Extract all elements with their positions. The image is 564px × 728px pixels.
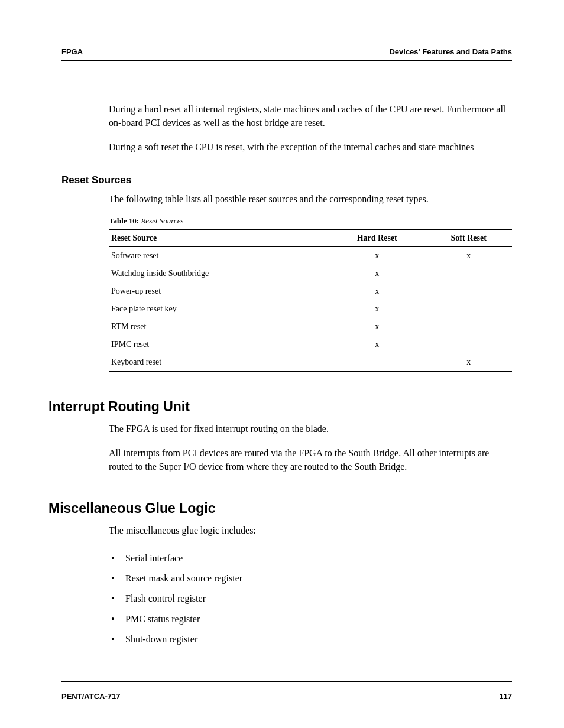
interrupt-p2: All interrupts from PCI devices are rout…: [109, 446, 512, 473]
cell-source: Keyboard reset: [109, 353, 329, 372]
intro-paragraph-2: During a soft reset the CPU is reset, wi…: [109, 140, 512, 154]
table-row: IPMC reset x: [109, 336, 512, 353]
cell-source: Power-up reset: [109, 282, 329, 300]
col-hard-reset: Hard Reset: [329, 229, 425, 246]
table-row: Power-up reset x: [109, 282, 512, 300]
running-header: FPGA Devices' Features and Data Paths: [61, 47, 512, 61]
table-row: Watchdog inside Southbridge x: [109, 265, 512, 282]
cell-soft: [425, 318, 512, 336]
table-row: Keyboard reset x: [109, 353, 512, 372]
col-reset-source: Reset Source: [109, 229, 329, 246]
cell-source: Software reset: [109, 246, 329, 265]
header-right: Devices' Features and Data Paths: [389, 47, 512, 56]
table-header-row: Reset Source Hard Reset Soft Reset: [109, 229, 512, 246]
cell-source: RTM reset: [109, 318, 329, 336]
list-item: Flash control register: [109, 589, 512, 609]
list-item: Serial interface: [109, 548, 512, 568]
table-row: Software reset x x: [109, 246, 512, 265]
col-soft-reset: Soft Reset: [425, 229, 512, 246]
table-caption-title: Reset Sources: [141, 216, 183, 225]
cell-hard: x: [329, 318, 425, 336]
table-caption: Table 10: Reset Sources: [109, 216, 512, 226]
section-interrupt-heading: Interrupt Routing Unit: [48, 399, 512, 415]
cell-soft: x: [425, 246, 512, 265]
footer-left: PENT/ATCA-717: [61, 692, 120, 701]
cell-hard: x: [329, 282, 425, 300]
table-row: Face plate reset key x: [109, 300, 512, 318]
table-caption-label: Table 10:: [109, 216, 139, 225]
cell-soft: [425, 300, 512, 318]
reset-sources-table: Reset Source Hard Reset Soft Reset Softw…: [109, 229, 512, 372]
reset-sources-lead: The following table lists all possible r…: [109, 192, 512, 206]
cell-source: IPMC reset: [109, 336, 329, 353]
cell-soft: [425, 265, 512, 282]
cell-hard: [329, 353, 425, 372]
section-reset-sources-heading: Reset Sources: [61, 174, 512, 186]
cell-source: Face plate reset key: [109, 300, 329, 318]
page-footer: PENT/ATCA-717 117: [61, 681, 512, 701]
glue-lead: The miscellaneous glue logic includes:: [109, 524, 512, 537]
cell-hard: x: [329, 246, 425, 265]
cell-soft: x: [425, 353, 512, 372]
glue-list: Serial interface Reset mask and source r…: [109, 548, 512, 650]
cell-soft: [425, 336, 512, 353]
interrupt-p1: The FPGA is used for fixed interrupt rou…: [109, 422, 512, 436]
table-row: RTM reset x: [109, 318, 512, 336]
list-item: Reset mask and source register: [109, 568, 512, 589]
cell-source: Watchdog inside Southbridge: [109, 265, 329, 282]
cell-hard: x: [329, 336, 425, 353]
footer-page-number: 117: [499, 692, 512, 701]
header-left: FPGA: [61, 47, 83, 56]
cell-hard: x: [329, 265, 425, 282]
list-item: PMC status register: [109, 609, 512, 629]
cell-soft: [425, 282, 512, 300]
section-glue-heading: Miscellaneous Glue Logic: [48, 500, 512, 516]
list-item: Shut-down register: [109, 629, 512, 649]
cell-hard: x: [329, 300, 425, 318]
intro-paragraph-1: During a hard reset all internal registe…: [109, 102, 512, 129]
